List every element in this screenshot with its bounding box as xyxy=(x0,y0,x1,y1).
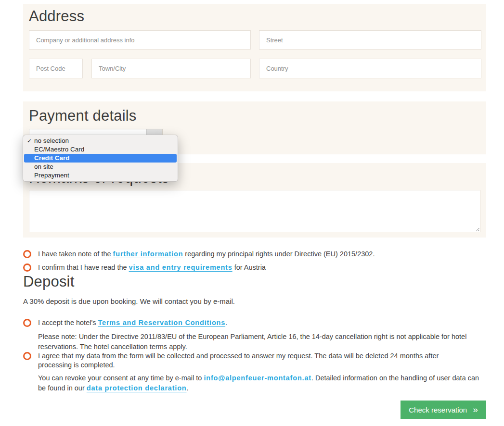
deposit-text: A 30% deposit is due upon booking. We wi… xyxy=(23,297,235,305)
visa-radio[interactable] xyxy=(23,263,31,272)
remarks-textarea[interactable] xyxy=(29,190,480,232)
dropdown-option-on-site[interactable]: on site xyxy=(24,163,177,171)
visa-entry-requirements-link[interactable]: visa and entry requirements xyxy=(129,263,233,271)
town-city-input[interactable] xyxy=(91,59,251,78)
check-reservation-button[interactable]: Check reservation » xyxy=(401,401,486,419)
visa-label: I confirm that I have read the visa and … xyxy=(38,263,266,272)
check-icon: ✓ xyxy=(27,137,32,145)
consent-row-package-rights: I have taken note of the further informa… xyxy=(23,250,500,259)
payment-details-title: Payment details xyxy=(29,107,137,125)
dropdown-option-credit-card[interactable]: Credit Card xyxy=(24,154,177,163)
consent-row-data-processing: I agree that my data from the form will … xyxy=(23,351,486,370)
package-rights-label: I have taken note of the further informa… xyxy=(38,250,375,259)
package-rights-radio[interactable] xyxy=(23,250,31,258)
further-information-link[interactable]: further information xyxy=(113,250,183,258)
dropdown-option-prepayment[interactable]: Prepayment xyxy=(24,171,177,180)
deposit-title: Deposit xyxy=(23,273,75,290)
dropdown-option-ec-maestro-card[interactable]: EC/Maestro Card xyxy=(24,145,177,154)
terms-label: I accept the hotel's Terms and Reservati… xyxy=(38,318,227,327)
revoke-consent-note: You can revoke your consent at any time … xyxy=(38,373,483,393)
country-input[interactable] xyxy=(259,59,481,78)
address-section-title: Address xyxy=(29,8,84,25)
address-section: Address xyxy=(23,4,486,91)
double-chevron-right-icon: » xyxy=(473,405,478,414)
terms-conditions-link[interactable]: Terms and Reservation Conditions xyxy=(98,319,225,326)
email-link[interactable]: info@alpenfeuer-montafon.at xyxy=(204,374,311,382)
dropdown-option-no-selection[interactable]: ✓no selection xyxy=(24,137,177,145)
booking-form-page: Address Payment details ✓no selection EC… xyxy=(0,0,504,426)
cancellation-note: Please note: Under the Directive 2011/83… xyxy=(38,332,481,352)
terms-radio[interactable] xyxy=(23,319,31,327)
check-reservation-label: Check reservation xyxy=(409,406,467,414)
data-protection-declaration-link[interactable]: data protection declaration xyxy=(87,384,187,392)
data-processing-label: I agree that my data from the form will … xyxy=(38,351,471,370)
street-input[interactable] xyxy=(259,30,481,50)
consent-row-visa: I confirm that I have read the visa and … xyxy=(23,263,500,272)
company-input[interactable] xyxy=(29,30,251,50)
post-code-input[interactable] xyxy=(29,59,83,78)
data-processing-radio[interactable] xyxy=(23,352,31,360)
consent-row-terms: I accept the hotel's Terms and Reservati… xyxy=(23,318,500,327)
payment-method-dropdown: ✓no selection EC/Maestro Card Credit Car… xyxy=(23,135,178,182)
